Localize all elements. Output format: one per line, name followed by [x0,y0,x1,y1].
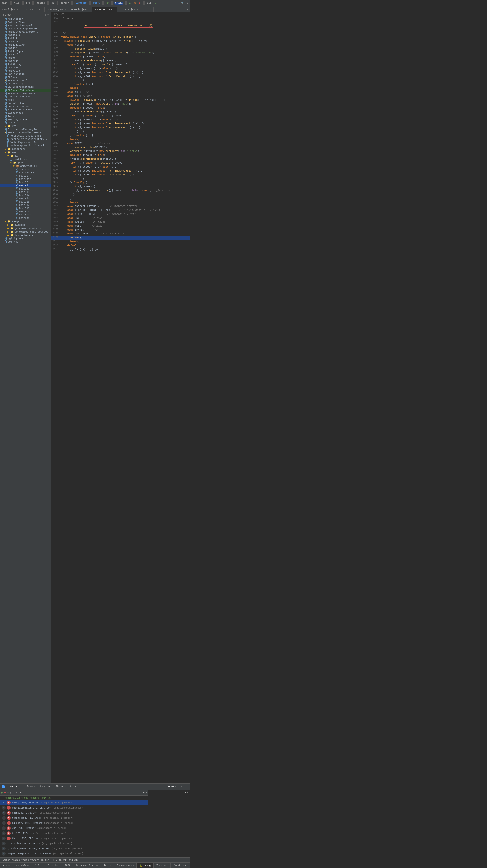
sidebar-item-astnull[interactable]: C AstNull [0,53,51,56]
sidebar-item-methodexpressionimpl[interactable]: C MethodExpressionImpl [0,134,51,137]
toolbar-elparser[interactable]: ELParser [75,1,88,5]
file-tab-close-2[interactable]: × [65,8,66,11]
sidebar-item-elparsertreeconsta[interactable]: C ELParserTreeConsta... [0,92,51,95]
step-into-button[interactable]: ↓ [10,791,11,795]
debug-frame-7[interactable]: ◦ 1 Choice:237, ELParser (org.apache.el.… [0,836,148,841]
filter-close-button[interactable]: × [187,791,189,794]
sidebar-item-astmethodparameter[interactable]: C AstMethodParameter... [0,30,51,34]
sidebar-item-classes[interactable]: ▶ 📁 classes [0,223,51,227]
file-tab-4[interactable]: ELParser.java × [92,7,117,12]
file-tab-1[interactable]: TestEL9.java × [21,7,45,12]
stop-button[interactable]: ■ [138,1,141,5]
bottom-tab-profiler[interactable]: Profiler [45,863,62,868]
bottom-tab-eventlog[interactable]: Event Log [171,863,189,868]
sidebar-item-valueexpressionimpl[interactable]: C ValueExpressionImpl [0,141,51,144]
sidebar-item-testnode[interactable]: C TestNode [0,213,51,216]
settings-icon[interactable]: ⚙ [186,1,189,5]
debug-sort-btn[interactable]: ↕ [184,785,188,789]
sidebar-item-astor[interactable]: C AstOr [0,56,51,60]
file-tab-close-1[interactable]: × [41,8,42,11]
tab-console[interactable]: Console [68,784,82,789]
evaluate-button[interactable]: ≡ [20,791,22,795]
sidebar-item-astnoteequal[interactable]: C AstNotEqual [0,50,51,53]
bottom-tab-debug[interactable]: 🐛 Debug [137,863,153,868]
file-tab-close-5[interactable]: × [137,8,138,11]
sidebar-item-el-folder[interactable]: ▼ 📁 el [0,154,51,158]
sidebar-item-methodexpressionliter[interactable]: C MethodExpressionLiter... [0,137,51,141]
sidebar-item-elparser-jjt[interactable]: J ELParser.jjt [0,82,51,85]
file-tab-3[interactable]: TestEl7.java × [68,7,92,12]
debug-frame-1[interactable]: ◦ 7 Multiplication:832, ELParser (org.ap… [0,805,148,810]
sidebar-item-testcase[interactable]: C TestCase [0,178,51,181]
tab-overhead[interactable]: Overhead [38,784,54,789]
sidebar-item-expressionfactoryimpl[interactable]: C ExpressionFactoryImpl [0,128,51,131]
sidebar-item-testel3[interactable]: C TestEl3 [0,190,51,194]
tab-variables[interactable]: Variables [8,784,25,789]
sidebar-item-resources-folder[interactable]: ▶ 📁 resources [0,147,51,151]
toolbar-unary[interactable]: Unary [92,1,101,5]
bottom-tab-git[interactable]: ⑂ Git [32,863,45,868]
debug-frame-6[interactable]: ◦ 2 Or:286, ELParser (org.apache.el.pars… [0,831,148,836]
sidebar-item-astliteralexpression[interactable]: C AstLiteralExpression [0,27,51,30]
sidebar-item-nodevisitor[interactable]: C NodeVisitor [0,102,51,105]
file-tab-close-4[interactable]: × [114,8,115,11]
sidebar-item-testel[interactable]: C TestEl [0,184,51,187]
sidebar-item-astmod[interactable]: C AstMod [0,37,51,40]
sidebar-item-asttrue[interactable]: C AstTrue [0,66,51,69]
sidebar-item-target-folder[interactable]: ▶ 📁 target [0,220,51,223]
debug-frame-3[interactable]: ◦ 5 Compare:528, ELParser (org.apache.el… [0,815,148,820]
stop-debug-button[interactable]: ■ [4,791,6,795]
sidebar-item-tokenmgrerror[interactable]: C TokenMgrError [0,118,51,121]
file-tab-0[interactable]: estEl.java × [0,7,21,12]
sidebar-item-elparser-html[interactable]: H ELParser.html [0,79,51,82]
debug-button[interactable]: ⚙ [133,1,137,5]
sidebar-item-testel4[interactable]: C TestEl4 [0,194,51,197]
file-tab-close-6[interactable]: × [150,8,151,11]
file-tab-2[interactable]: ELTest8.java × [45,7,68,12]
toolbar-java[interactable]: java [13,1,20,5]
sidebar-item-gitignore[interactable]: f .gitignore [0,237,51,240]
sidebar-item-generated-sources[interactable]: ▶ 📁 generated-sources [0,227,51,230]
sidebar-item-simplenode[interactable]: C SimpleNode [0,111,51,115]
sidebar-item-elparserconstants[interactable]: C ELParserConstants [0,85,51,89]
toolbar-apache[interactable]: apache [36,1,46,5]
sidebar-item-testcc[interactable]: C TestCC [0,181,51,184]
tabs-overflow-button[interactable]: ▼ [185,7,190,12]
file-tab-6[interactable]: T... × [141,7,153,12]
bottom-tab-todo[interactable]: TODO [62,863,74,868]
sidebar-item-java-folder[interactable]: ▼ 📁 java [0,161,51,164]
bottom-tab-build[interactable]: Build [102,863,114,868]
sidebar-item-generated-test-sources[interactable]: ▶ 📁 generated-test-sources [0,230,51,234]
sidebar-item-testbb[interactable]: C TestBB [0,174,51,178]
debug-frame-10[interactable]: ◦ CompositeExpression:77, ELParser (org.… [0,851,148,856]
sidebar-item-astlessthan[interactable]: C AstLessThan [0,21,51,24]
sidebar-item-astlessthanequal[interactable]: C AstLessThanEqual [0,24,51,27]
sidebar-item-resourcebundle[interactable]: R Resource Bundle 'Messa... [0,131,51,134]
sidebar-item-testel9[interactable]: C TestEL9 [0,210,51,213]
sidebar-item-astplus[interactable]: C AstPlus [0,60,51,63]
debug-frame-4[interactable]: ◦ 4 Equality:410, ELParser (org.apache.e… [0,820,148,826]
file-tab-close-0[interactable]: × [17,8,18,11]
resume-button[interactable]: ▶ [1,790,3,795]
bottom-tab-dependencies[interactable]: Dependencies [114,863,137,868]
file-tab-5[interactable]: TestEl2.java × [117,7,141,12]
file-tab-close-3[interactable]: × [88,8,89,11]
sidebar-item-elparser[interactable]: C ELParser [0,76,51,79]
sidebar-item-testel7[interactable]: C TestEl7 [0,204,51,207]
sidebar-item-util-folder[interactable]: ▶ 📁 util [0,124,51,128]
sidebar-item-test-classes[interactable]: ▶ 📁 test-classes [0,234,51,237]
sidebar-item-valueexpressionliteral[interactable]: C ValueExpressionLiteral [0,144,51,147]
tab-frames[interactable]: Frames [165,784,178,789]
sidebar-item-astnot[interactable]: C AstNot [0,46,51,50]
toolbar-org[interactable]: org [25,1,31,5]
bottom-tab-sequence[interactable]: Sequence Diagram [74,863,102,868]
sidebar-item-testel6[interactable]: C TestEl6 [0,200,51,204]
sidebar-item-astvalue[interactable]: C AstValue [0,69,51,72]
code-editor[interactable]: 979 /* 980 * Unary 981 * For '-' '!' 'no… [51,12,190,783]
sidebar-item-astminus[interactable]: C AstMinus [0,34,51,37]
run-to-cursor-button[interactable]: →| [15,791,19,795]
sidebar-item-elparsertokenmana[interactable]: C ELParserTokenMana... [0,89,51,92]
sidebar-item-pomxml[interactable]: X pom.xml [0,240,51,244]
debug-frame-2[interactable]: ◦ 6 Math:740, ELParser (org.apache.el.pa… [0,810,148,815]
bottom-tab-problems[interactable]: ⚠ Problems [13,863,32,868]
